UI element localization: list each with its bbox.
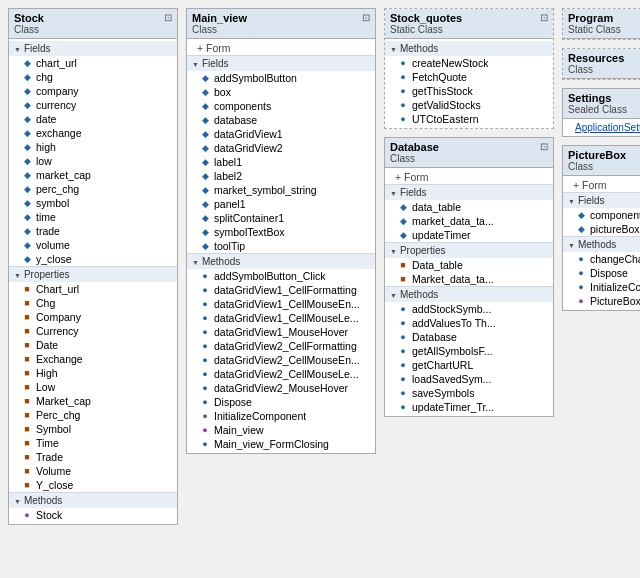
main-view-restore-icon[interactable]: ⊡	[362, 12, 370, 23]
item-label: Market_cap	[36, 395, 91, 407]
field-icon: ◆	[575, 223, 587, 235]
item-label: volume	[36, 239, 70, 251]
prop-icon: ■	[21, 311, 33, 323]
list-item: ◆splitContainer1	[187, 211, 375, 225]
field-icon: ◆	[21, 239, 33, 251]
main-view-class-box: Main_view Class ⊡ + Form Fields ◆addSymb…	[186, 8, 376, 454]
prop-icon: ■	[21, 325, 33, 337]
item-label: dataGridView2_CellMouseLe...	[214, 368, 359, 380]
method-icon: ●	[397, 359, 409, 371]
main-view-title: Main_view	[192, 12, 247, 24]
picture-box-methods-header[interactable]: Methods	[563, 236, 640, 252]
database-class-box: Database Class ⊡ + Form Fields ◆data_tab…	[384, 137, 554, 417]
list-item: ■High	[9, 366, 177, 380]
stock-properties-header[interactable]: Properties	[9, 266, 177, 282]
item-label: InitializeCompo...	[590, 281, 640, 293]
item-label: changeChartUR...	[590, 253, 640, 265]
item-label: y_close	[36, 253, 72, 265]
item-label: Main_view_FormClosing	[214, 438, 329, 450]
list-item: ●saveSymbols	[385, 386, 553, 400]
picture-box-fields-header[interactable]: Fields	[563, 192, 640, 208]
fields-label: Fields	[400, 187, 427, 198]
method-icon: ●	[199, 424, 211, 436]
database-methods-header[interactable]: Methods	[385, 286, 553, 302]
list-item: ●Dispose	[187, 395, 375, 409]
item-label: company	[36, 85, 79, 97]
stock-quotes-stereotype: Static Class	[390, 24, 462, 35]
method-icon: ●	[575, 253, 587, 265]
list-item: ●dataGridView2_CellFormatting	[187, 339, 375, 353]
item-label: chg	[36, 71, 53, 83]
fields-expand-icon	[568, 196, 575, 206]
list-item: ◆volume	[9, 238, 177, 252]
settings-link[interactable]: ApplicationSettingsBa...	[563, 121, 640, 134]
fields-expand-icon	[192, 59, 199, 69]
field-icon: ◆	[199, 226, 211, 238]
fields-label: Fields	[24, 43, 51, 54]
list-item: ●Dispose	[563, 266, 640, 280]
field-icon: ◆	[199, 156, 211, 168]
list-item: ●createNewStock	[385, 56, 553, 70]
prop-icon: ■	[21, 423, 33, 435]
col-2: Main_view Class ⊡ + Form Fields ◆addSymb…	[186, 8, 376, 454]
database-body: + Form Fields ◆data_table ◆market_data_t…	[385, 168, 553, 416]
field-icon: ◆	[21, 253, 33, 265]
list-item: ●InitializeCompo...	[563, 280, 640, 294]
method-icon: ●	[397, 401, 409, 413]
program-header: Program Static Class	[563, 9, 640, 39]
list-item: ●updateTimer_Tr...	[385, 400, 553, 414]
item-label: dataGridView2	[214, 142, 283, 154]
stock-methods-header[interactable]: Methods	[9, 492, 177, 508]
item-label: addStockSymb...	[412, 303, 491, 315]
list-item: ◆components	[187, 99, 375, 113]
list-item: ●InitializeComponent	[187, 409, 375, 423]
list-item: ◆high	[9, 140, 177, 154]
field-icon: ◆	[199, 72, 211, 84]
item-label: saveSymbols	[412, 387, 474, 399]
stock-quotes-title: Stock_quotes	[390, 12, 462, 24]
item-label: Database	[412, 331, 457, 343]
item-label: dataGridView2_CellMouseEn...	[214, 354, 360, 366]
stock-quotes-restore-icon[interactable]: ⊡	[540, 12, 548, 23]
method-icon: ●	[199, 298, 211, 310]
stock-quotes-body: Methods ●createNewStock ●FetchQuote ●get…	[385, 39, 553, 128]
methods-label: Methods	[400, 43, 438, 54]
list-item: ●getValidStocks	[385, 98, 553, 112]
list-item: ■Exchange	[9, 352, 177, 366]
stock-header: Stock Class ⊡	[9, 9, 177, 39]
stock-restore-icon[interactable]: ⊡	[164, 12, 172, 23]
method-icon: ●	[199, 396, 211, 408]
item-label: Market_data_ta...	[412, 273, 494, 285]
picture-box-form: + Form	[563, 178, 640, 192]
list-item: ■Chart_url	[9, 282, 177, 296]
settings-header: Settings Sealed Class	[563, 89, 640, 119]
database-restore-icon[interactable]: ⊡	[540, 141, 548, 152]
settings-stereotype: Sealed Class	[568, 104, 627, 115]
method-icon: ●	[397, 387, 409, 399]
list-item: ◆label2	[187, 169, 375, 183]
list-item: ◆data_table	[385, 200, 553, 214]
method-icon: ●	[397, 345, 409, 357]
item-label: dataGridView1_MouseHover	[214, 326, 348, 338]
list-item: ■Data_table	[385, 258, 553, 272]
item-label: panel1	[214, 198, 246, 210]
stock-fields-header[interactable]: Fields	[9, 41, 177, 56]
stock-class-box: Stock Class ⊡ Fields ◆chart_url ◆chg ◆co…	[8, 8, 178, 525]
item-label: getChartURL	[412, 359, 473, 371]
stock-quotes-methods-header[interactable]: Methods	[385, 41, 553, 56]
list-item: ◆symbol	[9, 196, 177, 210]
database-properties-header[interactable]: Properties	[385, 242, 553, 258]
field-icon: ◆	[199, 240, 211, 252]
item-label: market_data_ta...	[412, 215, 494, 227]
item-label: Chg	[36, 297, 55, 309]
item-label: label2	[214, 170, 242, 182]
item-label: Data_table	[412, 259, 463, 271]
props-expand-icon	[14, 270, 21, 280]
main-view-fields-header[interactable]: Fields	[187, 55, 375, 71]
methods-expand-icon	[568, 240, 575, 250]
main-view-methods-header[interactable]: Methods	[187, 253, 375, 269]
field-icon: ◆	[199, 212, 211, 224]
database-fields-header[interactable]: Fields	[385, 184, 553, 200]
list-item: ●changeChartUR...	[563, 252, 640, 266]
item-label: Dispose	[590, 267, 628, 279]
